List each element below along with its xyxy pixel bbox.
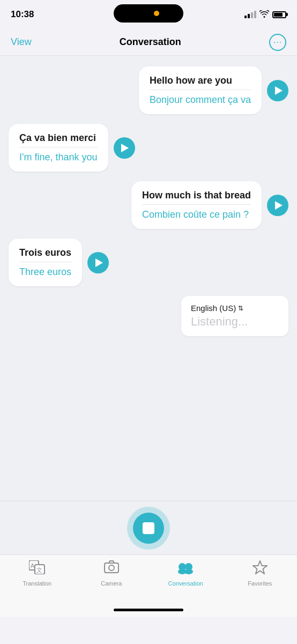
tab-favorites[interactable]: Favorites — [223, 560, 298, 587]
play-button-3[interactable] — [267, 195, 288, 216]
msg-original-1: Hello how are you — [150, 75, 251, 86]
notch-dot — [154, 11, 159, 16]
camera-tab-icon — [103, 560, 120, 578]
conversation-area: Hello how are you Bonjour comment ça va … — [0, 56, 297, 501]
message-row-1: Hello how are you Bonjour comment ça va — [9, 66, 288, 114]
wifi-icon — [259, 10, 269, 19]
svg-point-5 — [109, 565, 114, 571]
tab-camera[interactable]: Camera — [75, 560, 149, 587]
view-button[interactable]: View — [11, 36, 32, 48]
svg-text:文: 文 — [36, 567, 42, 573]
tab-conversation[interactable]: Conversation — [148, 560, 223, 587]
record-btn-inner — [133, 513, 164, 544]
more-button[interactable]: ··· — [269, 34, 286, 51]
play-button-2[interactable] — [114, 137, 135, 159]
msg-original-2: Ça va bien merci — [19, 132, 98, 144]
notch — [114, 4, 183, 23]
conversation-tab-icon — [176, 560, 195, 578]
nav-bar: View Conversation ··· — [0, 29, 297, 56]
msg-translation-3: Combien coûte ce pain ? — [142, 209, 251, 220]
favorites-tab-icon — [253, 560, 268, 578]
favorites-tab-label: Favorites — [248, 580, 272, 587]
listening-text: Listening... — [191, 315, 279, 329]
message-row-2: Ça va bien merci I'm fine, thank you — [9, 124, 288, 172]
bottom-controls — [0, 501, 297, 554]
message-row-3: How much is that bread Combien coûte ce … — [9, 181, 288, 229]
bubble-4: Trois euros Three euros — [9, 239, 82, 286]
listening-box: English (US) ⇅ Listening... — [181, 296, 288, 336]
play-button-1[interactable] — [267, 80, 288, 101]
msg-original-3: How much is that bread — [142, 190, 251, 201]
status-time: 10:38 — [11, 9, 34, 20]
msg-original-4: Trois euros — [19, 247, 71, 258]
home-bar — [114, 609, 183, 611]
status-bar: 10:38 — [0, 0, 297, 29]
conversation-tab-label: Conversation — [168, 580, 203, 587]
bubble-2: Ça va bien merci I'm fine, thank you — [9, 124, 108, 172]
nav-title: Conversation — [120, 36, 181, 48]
tab-translation[interactable]: A 文 Translation — [0, 560, 75, 587]
svg-point-9 — [184, 569, 193, 574]
camera-tab-label: Camera — [101, 580, 122, 587]
status-icons — [244, 10, 286, 19]
bubble-3: How much is that bread Combien coûte ce … — [131, 181, 262, 229]
home-indicator — [0, 603, 297, 617]
divider-2 — [19, 147, 98, 147]
svg-text:A: A — [31, 562, 35, 569]
signal-icon — [244, 11, 256, 18]
translation-tab-icon: A 文 — [29, 560, 45, 578]
tab-bar: A 文 Translation Camera Conve — [0, 554, 297, 603]
svg-rect-4 — [105, 563, 118, 573]
divider-3 — [142, 204, 251, 205]
message-row-4: Trois euros Three euros — [9, 239, 288, 286]
listening-language: English (US) ⇅ — [191, 304, 279, 313]
battery-icon — [272, 11, 286, 18]
bubble-1: Hello how are you Bonjour comment ça va — [139, 66, 262, 114]
msg-translation-1: Bonjour comment ça va — [150, 94, 251, 106]
msg-translation-4: Three euros — [19, 267, 71, 278]
svg-marker-10 — [253, 561, 267, 574]
msg-translation-2: I'm fine, thank you — [19, 152, 98, 163]
record-button[interactable] — [127, 507, 170, 550]
divider-1 — [150, 90, 251, 90]
translation-tab-label: Translation — [23, 580, 51, 587]
stop-icon — [143, 522, 154, 534]
play-button-4[interactable] — [87, 252, 109, 273]
divider-4 — [19, 262, 71, 262]
